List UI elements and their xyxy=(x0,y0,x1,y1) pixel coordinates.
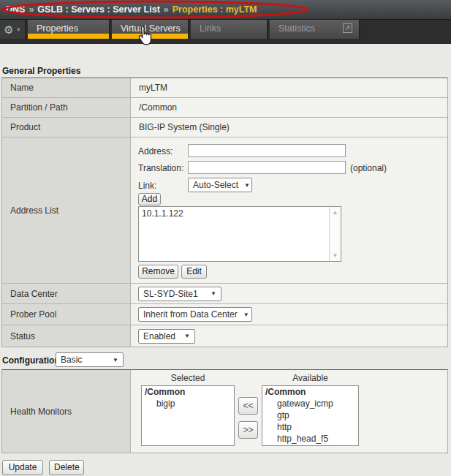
row-address-list: Address List Address: Translation: (opti… xyxy=(2,137,447,284)
partition-path-label: Partition / Path xyxy=(2,98,131,117)
optional-note: (optional) xyxy=(350,163,387,173)
chevron-down-icon: ▼ xyxy=(16,27,21,32)
gear-icon: ⚙ xyxy=(4,24,13,35)
status-label: Status xyxy=(2,325,131,347)
address-list-label: Address List xyxy=(2,137,131,283)
monitor-option[interactable]: gateway_icmp xyxy=(262,398,358,409)
address-input[interactable] xyxy=(188,144,346,157)
listbox-scrollbar[interactable]: ▲ ▼ xyxy=(329,207,341,261)
tab-virtual-servers[interactable]: Virtual Servers xyxy=(112,20,189,39)
hover-tab-underline xyxy=(112,34,188,39)
row-name: Name myLTM xyxy=(2,78,447,98)
breadcrumb-current: Properties : myLTM xyxy=(173,4,257,15)
chevron-down-icon: ▼ xyxy=(205,290,216,297)
monitor-option[interactable]: http xyxy=(262,421,358,433)
active-tab-underline xyxy=(28,34,109,39)
menu-gear-button[interactable]: ⚙ ▼ xyxy=(0,20,26,39)
translation-field-label: Translation: xyxy=(138,163,183,173)
breadcrumb-separator: » xyxy=(160,4,173,15)
prober-pool-label: Prober Pool xyxy=(2,304,131,325)
add-button[interactable]: Add xyxy=(138,193,161,205)
data-center-label: Data Center xyxy=(2,284,131,303)
data-center-select[interactable]: SL-SYD-Site1 ▼ xyxy=(138,287,221,301)
name-value: myLTM xyxy=(131,83,167,93)
update-button[interactable]: Update xyxy=(2,460,43,475)
configuration-select-value: Basic xyxy=(61,355,82,365)
tab-label: Virtual Servers xyxy=(112,20,188,34)
popout-icon[interactable]: ↗ xyxy=(343,23,352,33)
status-select[interactable]: Enabled ▼ xyxy=(138,329,195,344)
breadcrumb-path[interactable]: GSLB : Servers : Server List xyxy=(37,4,159,15)
scroll-up-icon[interactable]: ▲ xyxy=(330,209,341,216)
tab-links[interactable]: Links xyxy=(191,20,268,39)
health-monitors-editor: Selected /Common bigip << >> Available /… xyxy=(131,370,447,453)
general-properties-heading: General Properties xyxy=(2,66,80,76)
bigip-dns-server-properties-page: DNS»GSLB : Servers : Server List»Propert… xyxy=(0,0,451,476)
chevron-down-icon: ▼ xyxy=(107,357,118,363)
tab-label: Links xyxy=(191,20,267,34)
row-partition-path: Partition / Path /Common xyxy=(2,98,447,118)
breadcrumb-separator: » xyxy=(25,4,37,15)
link-select-value: Auto-Select xyxy=(193,180,238,190)
delete-button[interactable]: Delete xyxy=(49,460,84,475)
health-monitors-label: Health Monitors xyxy=(2,370,131,453)
data-center-select-value: SL-SYD-Site1 xyxy=(143,289,198,299)
address-listbox[interactable]: 10.1.1.122 ▲ ▼ xyxy=(138,206,341,262)
monitor-group: /Common xyxy=(142,386,234,398)
selected-monitors-listbox[interactable]: /Common bigip xyxy=(141,385,235,446)
product-value: BIG-IP System (Single) xyxy=(131,122,230,132)
row-product: Product BIG-IP System (Single) xyxy=(2,118,447,137)
row-prober-pool: Prober Pool Inherit from Data Center ▼ xyxy=(2,304,447,325)
tab-bar: ⚙ ▼ Properties Virtual Servers Links Sta… xyxy=(0,20,451,44)
chevron-down-icon: ▼ xyxy=(238,311,249,318)
scroll-down-icon[interactable]: ▼ xyxy=(330,252,341,259)
tab-label: Properties xyxy=(28,20,109,34)
breadcrumb-section[interactable]: DNS xyxy=(6,4,25,15)
row-status: Status Enabled ▼ xyxy=(2,325,447,347)
monitor-option[interactable]: gtp xyxy=(262,409,358,421)
monitor-option[interactable]: bigip xyxy=(142,398,234,409)
monitor-group: /Common xyxy=(262,386,358,398)
prober-pool-select-value: Inherit from Data Center xyxy=(143,309,238,320)
name-label: Name xyxy=(2,78,131,97)
tab-properties[interactable]: Properties xyxy=(28,20,110,39)
breadcrumb-bar: DNS»GSLB : Servers : Server List»Propert… xyxy=(0,0,451,20)
selected-heading: Selected xyxy=(141,373,235,383)
translation-input[interactable] xyxy=(188,161,346,174)
link-select[interactable]: Auto-Select ▼ xyxy=(188,178,252,192)
monitor-option[interactable]: http_head_f5 xyxy=(262,433,358,445)
available-monitors-listbox[interactable]: /Common gateway_icmp gtp http http_head_… xyxy=(262,385,359,446)
status-select-value: Enabled xyxy=(143,331,175,341)
form-actions: Update Delete xyxy=(2,460,88,475)
tab-statistics[interactable]: Statistics ↗ xyxy=(270,20,360,39)
general-properties-table: Name myLTM Partition / Path /Common Prod… xyxy=(1,78,448,347)
row-data-center: Data Center SL-SYD-Site1 ▼ xyxy=(2,284,447,304)
breadcrumb: DNS»GSLB : Servers : Server List»Propert… xyxy=(6,4,257,15)
move-left-button[interactable]: << xyxy=(238,397,258,415)
chevron-down-icon: ▼ xyxy=(238,182,250,189)
product-label: Product xyxy=(2,118,131,137)
move-right-button[interactable]: >> xyxy=(238,421,258,439)
address-field-label: Address: xyxy=(138,146,173,156)
chevron-down-icon: ▼ xyxy=(178,333,190,339)
partition-path-value: /Common xyxy=(131,102,177,113)
prober-pool-select[interactable]: Inherit from Data Center ▼ xyxy=(138,307,252,322)
address-option[interactable]: 10.1.1.122 xyxy=(139,207,341,220)
configuration-select[interactable]: Basic ▼ xyxy=(56,352,124,367)
address-list-editor: Address: Translation: (optional) Link: A… xyxy=(131,137,447,283)
row-health-monitors: Health Monitors Selected /Common bigip <… xyxy=(2,370,447,453)
available-heading: Available xyxy=(262,373,359,383)
link-field-label: Link: xyxy=(138,181,156,191)
configuration-label: Configuration: xyxy=(2,355,63,366)
edit-button[interactable]: Edit xyxy=(181,265,207,279)
remove-button[interactable]: Remove xyxy=(138,265,178,279)
health-monitors-table: Health Monitors Selected /Common bigip <… xyxy=(1,369,448,453)
